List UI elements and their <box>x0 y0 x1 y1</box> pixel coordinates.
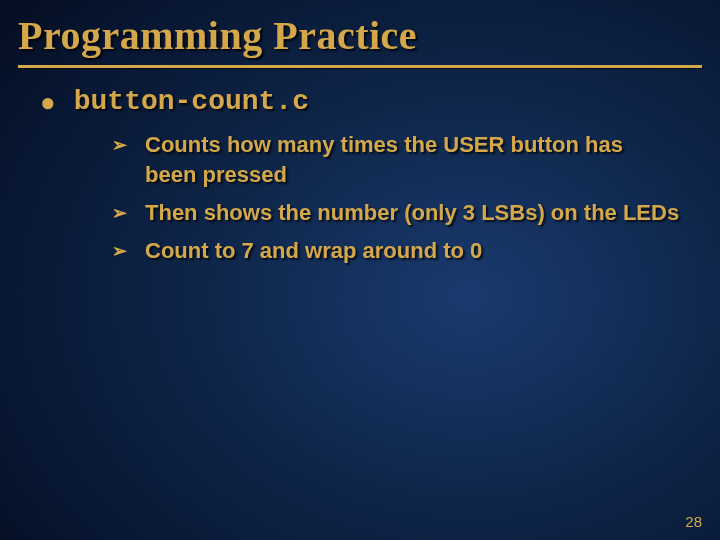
main-bullet-row: ● button-count.c <box>40 86 680 118</box>
main-bullet-text: button-count.c <box>74 86 309 118</box>
slide-title: Programming Practice <box>0 0 720 59</box>
sub-list: ➢ Counts how many times the USER button … <box>112 130 680 266</box>
sub-item: ➢ Count to 7 and wrap around to 0 <box>112 236 680 266</box>
sub-item-text: Then shows the number (only 3 LSBs) on t… <box>145 198 679 228</box>
sub-item-text: Count to 7 and wrap around to 0 <box>145 236 482 266</box>
chevron-right-icon: ➢ <box>112 130 127 160</box>
sub-item: ➢ Then shows the number (only 3 LSBs) on… <box>112 198 680 228</box>
page-number: 28 <box>685 513 702 530</box>
slide-content: ● button-count.c ➢ Counts how many times… <box>0 68 720 266</box>
chevron-right-icon: ➢ <box>112 198 127 228</box>
sub-item: ➢ Counts how many times the USER button … <box>112 130 680 190</box>
sub-item-text: Counts how many times the USER button ha… <box>145 130 680 190</box>
chevron-right-icon: ➢ <box>112 236 127 266</box>
bullet-icon: ● <box>40 86 56 118</box>
